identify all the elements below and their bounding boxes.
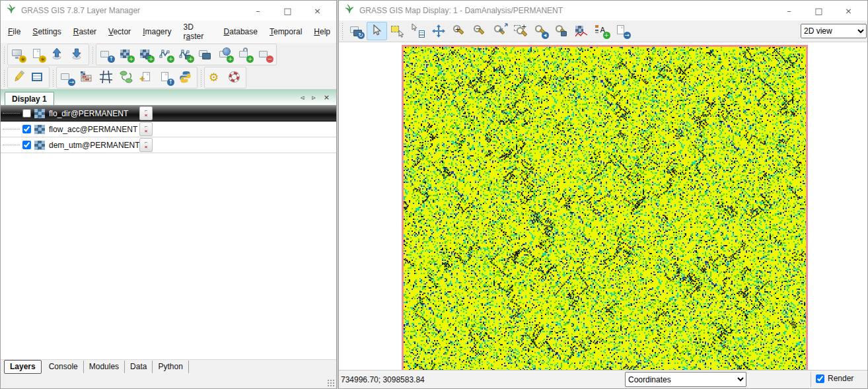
- grass-app-icon: [344, 4, 355, 17]
- various-zoom-options-button[interactable]: [551, 22, 571, 40]
- zoom-out-icon: −: [472, 24, 487, 38]
- layer-row-button[interactable]: ⌐×: [139, 106, 153, 120]
- edit-vector-attributes-icon: [11, 71, 26, 85]
- zoom-to-region-button[interactable]: +: [510, 22, 530, 40]
- graphical-modeler-button[interactable]: [117, 68, 137, 87]
- add-overlays-button[interactable]: +: [236, 45, 256, 64]
- maximize-button[interactable]: □: [804, 6, 834, 16]
- open-workspace-button[interactable]: [48, 45, 68, 64]
- menu-temporal[interactable]: Temporal: [264, 25, 308, 38]
- menu-imagery[interactable]: Imagery: [137, 25, 177, 38]
- statusbar-mode-select[interactable]: Coordinates: [625, 372, 746, 387]
- query-raster-vector-button[interactable]: [408, 22, 428, 40]
- edit-vector-attributes-button[interactable]: [9, 68, 28, 87]
- map-canvas-area[interactable]: [339, 42, 867, 370]
- toolbar-grip[interactable]: [92, 46, 94, 63]
- start-new-map-display-button[interactable]: ∗: [9, 45, 28, 64]
- statusbar-separator: [811, 372, 811, 387]
- view-mode-select[interactable]: 2D view: [801, 24, 867, 38]
- add-map-elements-button[interactable]: A+: [592, 22, 612, 40]
- add-web-service-layers-button[interactable]: +: [216, 45, 236, 64]
- python-shell-button[interactable]: [176, 68, 196, 87]
- import-data-button[interactable]: →: [57, 68, 77, 87]
- layer-row-button[interactable]: ⌐×: [139, 138, 153, 152]
- gui-settings-button[interactable]: ⚙: [205, 68, 225, 87]
- resize-grip[interactable]: [327, 379, 334, 386]
- zoom-in-icon: +: [452, 24, 466, 38]
- layer-row-button[interactable]: ⌐×: [139, 122, 153, 136]
- render-checkbox[interactable]: [816, 374, 824, 383]
- return-to-previous-zoom-button[interactable]: ◂: [530, 22, 551, 40]
- tab-close-icon[interactable]: ×: [324, 93, 330, 102]
- bottom-tab-python[interactable]: Python: [153, 361, 188, 373]
- add-raster-button[interactable]: +: [117, 45, 137, 64]
- georectify-button[interactable]: [97, 68, 117, 87]
- menu-database[interactable]: Database: [218, 25, 264, 38]
- toolbar-grip[interactable]: [3, 46, 5, 63]
- close-button[interactable]: ×: [834, 6, 863, 16]
- zoom-to-selected-map-button[interactable]: [489, 22, 510, 40]
- import-data-icon: →: [60, 71, 75, 85]
- map-display-titlebar[interactable]: GRASS GIS Map Display: 1 - DamAnalysis/P…: [339, 1, 867, 20]
- bottom-tab-console[interactable]: Console: [44, 361, 84, 373]
- add-various-vector-layers-button[interactable]: +: [176, 45, 196, 64]
- raster-map-calculator-button[interactable]: [77, 68, 97, 87]
- maximize-button[interactable]: □: [273, 6, 303, 16]
- layer-visibility-checkbox[interactable]: [22, 141, 31, 149]
- add-various-raster-layers-button[interactable]: +: [137, 45, 157, 64]
- menu-settings[interactable]: Settings: [26, 25, 67, 38]
- toolbar-grip[interactable]: [342, 22, 344, 40]
- save-display-to-file-button[interactable]: →: [612, 22, 633, 40]
- raster-layer-icon: [34, 125, 45, 134]
- grass-app-icon: [6, 4, 17, 17]
- menu-3d-raster[interactable]: 3D raster: [177, 20, 217, 43]
- remove-layer-button[interactable]: −: [256, 45, 275, 64]
- layer-manager-titlebar[interactable]: GRASS GIS 7.8.7 Layer Manager – □ ×: [1, 1, 336, 20]
- edit-script-button[interactable]: ✚: [137, 68, 157, 87]
- zoom-to-region-icon: +: [513, 24, 528, 38]
- bottom-tab-modules[interactable]: Modules: [84, 361, 125, 373]
- bottom-tab-layers[interactable]: Layers: [4, 360, 42, 374]
- menu-file[interactable]: File: [2, 25, 26, 38]
- add-multiple-layers-button[interactable]: ↑: [97, 45, 117, 64]
- help-button[interactable]: [225, 68, 245, 87]
- toolbar-grip[interactable]: [200, 69, 202, 87]
- toolbar-group: →✚↑: [56, 67, 198, 88]
- analyze-map-button[interactable]: [571, 22, 592, 40]
- toolbar-grip[interactable]: [3, 69, 5, 87]
- close-button[interactable]: ×: [303, 6, 332, 16]
- menu-raster[interactable]: Raster: [67, 25, 102, 38]
- minimize-button[interactable]: –: [243, 6, 273, 16]
- layer-visibility-checkbox[interactable]: [22, 109, 31, 118]
- select-features-button[interactable]: [387, 22, 408, 40]
- save-workspace-button[interactable]: [68, 45, 88, 64]
- tab-scroll-right-icon[interactable]: ▹: [312, 93, 316, 102]
- tab-display-1[interactable]: Display 1: [5, 92, 54, 105]
- various-zoom-options-icon: [554, 24, 569, 38]
- layer-visibility-checkbox[interactable]: [22, 125, 31, 133]
- layer-row-flow_acc[interactable]: flow_acc@PERMANENT⌐×: [1, 122, 336, 137]
- minimize-button[interactable]: –: [774, 6, 804, 16]
- bottom-tab-data[interactable]: Data: [125, 361, 153, 373]
- zoom-out-button[interactable]: −: [469, 22, 489, 40]
- render-and-display-map-button[interactable]: ↻: [346, 22, 367, 40]
- menu-help[interactable]: Help: [308, 25, 336, 38]
- toolbar-grip[interactable]: [52, 69, 54, 87]
- pan-button[interactable]: [428, 22, 449, 40]
- render-toggle[interactable]: Render: [816, 374, 853, 383]
- zoom-in-button[interactable]: +: [449, 22, 469, 40]
- toolbar-group: ↻+−+◂A+→: [345, 21, 633, 41]
- tab-scroll-left-icon[interactable]: ◃: [301, 93, 305, 102]
- menu-vector[interactable]: Vector: [102, 25, 137, 38]
- add-vector-button[interactable]: +: [157, 45, 176, 64]
- show-attribute-table-button[interactable]: [28, 68, 48, 87]
- layer-row-dem_utm[interactable]: dem_utm@PERMANENT⌐×: [1, 137, 336, 153]
- layer-row-flo_dir[interactable]: flo_dir@PERMANENT⌐×: [1, 106, 336, 122]
- create-new-workspace-button[interactable]: ∗: [28, 45, 48, 64]
- add-web-service-layers-icon: +: [219, 48, 233, 62]
- pan-icon: [431, 24, 446, 38]
- add-group-button[interactable]: [196, 45, 216, 64]
- launch-script-button[interactable]: ↑: [157, 68, 176, 87]
- raster-map-canvas[interactable]: [404, 47, 806, 370]
- pointer-button[interactable]: [367, 22, 387, 40]
